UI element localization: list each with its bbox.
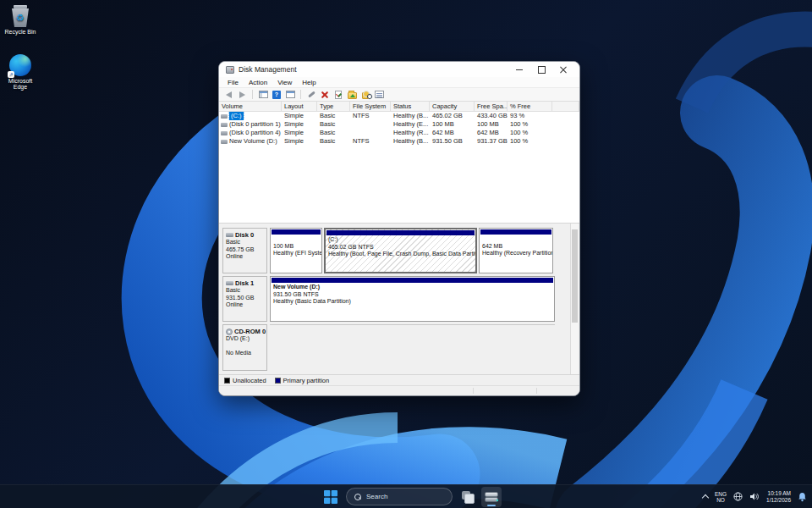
cell-status: Healthy (R... bbox=[391, 129, 430, 137]
language-indicator[interactable]: ENG NO bbox=[715, 491, 727, 503]
recycle-symbol-icon: ♻ bbox=[16, 14, 25, 23]
back-icon[interactable] bbox=[223, 90, 233, 100]
cell-type: Basic bbox=[317, 129, 350, 137]
column-header-pct-free[interactable]: % Free bbox=[508, 102, 552, 111]
cd-rom-icon bbox=[226, 329, 233, 335]
cdrom-empty-area[interactable] bbox=[270, 324, 555, 371]
toolbar-separator bbox=[300, 90, 301, 99]
delete-icon[interactable] bbox=[320, 90, 330, 100]
close-button[interactable] bbox=[552, 63, 574, 76]
forward-icon[interactable] bbox=[237, 90, 247, 100]
cell-pct-free: 100 % bbox=[508, 120, 552, 129]
clock[interactable]: 10:19 AM 1/12/2026 bbox=[766, 490, 791, 504]
cell-free-space: 642 MB bbox=[475, 129, 508, 137]
tray-time: 10:19 AM bbox=[766, 490, 791, 497]
title-bar[interactable]: Disk Management bbox=[219, 62, 579, 77]
windows-logo-icon bbox=[324, 490, 337, 504]
show-console-tree-icon[interactable] bbox=[258, 90, 268, 100]
start-button[interactable] bbox=[321, 488, 340, 506]
disk1-row: Disk 1 Basic 931.50 GB Online New Volume… bbox=[222, 276, 568, 322]
legend-primary-partition: Primary partition bbox=[275, 377, 330, 384]
hidden-icons-chevron-icon[interactable] bbox=[702, 494, 709, 501]
search-input[interactable]: Search bbox=[346, 488, 453, 505]
partition-color-bar bbox=[272, 229, 321, 235]
cdrom-row: CD-ROM 0 DVD (E:) No Media bbox=[222, 324, 568, 371]
column-header-type[interactable]: Type bbox=[317, 102, 350, 111]
disk0-row: Disk 0 Basic 465.75 GB Online 100 MB Hea… bbox=[222, 228, 568, 273]
vertical-scrollbar[interactable] bbox=[570, 224, 579, 374]
status-bar-divider bbox=[536, 388, 537, 394]
graphical-view-pane: Disk 0 Basic 465.75 GB Online 100 MB Hea… bbox=[219, 224, 579, 374]
volume-row-partition1[interactable]: (Disk 0 partition 1) Simple Basic Health… bbox=[219, 120, 579, 129]
cell-pct-free: 93 % bbox=[508, 112, 552, 120]
menu-help[interactable]: Help bbox=[297, 79, 321, 86]
taskbar-disk-management-icon[interactable] bbox=[481, 487, 502, 507]
cell-pct-free: 100 % bbox=[508, 129, 552, 137]
search-icon bbox=[354, 494, 361, 500]
cell-file-system: NTFS bbox=[350, 137, 391, 146]
desktop-icon-label: Recycle Bin bbox=[0, 29, 41, 35]
desktop-icon-microsoft-edge[interactable]: ↗ Microsoft Edge bbox=[0, 54, 41, 90]
column-header-capacity[interactable]: Capacity bbox=[430, 102, 475, 111]
edge-icon: ↗ bbox=[9, 54, 31, 76]
cell-status: Healthy (B... bbox=[391, 112, 430, 120]
partition-color-bar bbox=[326, 230, 475, 235]
cell-pct-free: 100 % bbox=[508, 137, 552, 146]
column-header-status[interactable]: Status bbox=[391, 102, 430, 111]
notification-bell-icon[interactable] bbox=[798, 492, 807, 502]
tool-icon[interactable] bbox=[306, 90, 316, 100]
column-header-free-space[interactable]: Free Spa... bbox=[475, 102, 508, 111]
volume-row-new-volume-d[interactable]: New Volume (D:) Simple Basic NTFS Health… bbox=[219, 137, 579, 146]
volume-name: (Disk 0 partition 4) bbox=[229, 129, 281, 137]
disk-icon bbox=[226, 233, 233, 237]
toolbar: ? bbox=[219, 88, 579, 102]
partition-color-bar bbox=[480, 229, 551, 235]
minimize-button[interactable] bbox=[508, 63, 530, 76]
volume-row-partition4[interactable]: (Disk 0 partition 4) Simple Basic Health… bbox=[219, 129, 579, 137]
task-view-icon[interactable] bbox=[458, 488, 475, 506]
legend-bar: Unallocated Primary partition bbox=[219, 374, 579, 385]
column-header-layout[interactable]: Layout bbox=[282, 102, 317, 111]
partition-recovery[interactable]: 642 MB Healthy (Recovery Partition bbox=[479, 228, 553, 273]
menu-file[interactable]: File bbox=[222, 79, 244, 86]
volume-name: New Volume (D:) bbox=[229, 137, 277, 146]
maximize-button[interactable] bbox=[530, 63, 552, 76]
cell-capacity: 465.02 GB bbox=[430, 112, 475, 120]
volume-list-pane: Volume Layout Type File System Status Ca… bbox=[219, 102, 579, 224]
cdrom-label[interactable]: CD-ROM 0 DVD (E:) No Media bbox=[222, 324, 267, 371]
folder-search-icon[interactable] bbox=[360, 90, 370, 100]
folder-open-icon[interactable] bbox=[347, 90, 357, 100]
volume-speaker-icon[interactable] bbox=[749, 492, 760, 501]
show-action-pane-icon[interactable] bbox=[285, 90, 295, 100]
shortcut-arrow-overlay: ↗ bbox=[8, 71, 14, 78]
cell-layout: Simple bbox=[282, 129, 317, 137]
legend-unallocated: Unallocated bbox=[224, 377, 266, 384]
partition-efi[interactable]: 100 MB Healthy (EFI Syster bbox=[270, 228, 322, 273]
desktop-icon-recycle-bin[interactable]: ♻ Recycle Bin bbox=[0, 5, 41, 35]
cell-status: Healthy (B... bbox=[391, 137, 430, 146]
volume-row-c[interactable]: (C:) Simple Basic NTFS Healthy (B... 465… bbox=[219, 112, 579, 120]
network-globe-icon[interactable] bbox=[733, 492, 743, 501]
menu-view[interactable]: View bbox=[272, 79, 297, 86]
scrollbar-thumb[interactable] bbox=[572, 229, 578, 323]
properties-icon[interactable] bbox=[333, 90, 343, 100]
tray-date: 1/12/2026 bbox=[766, 497, 791, 504]
disk1-label[interactable]: Disk 1 Basic 931.50 GB Online bbox=[222, 276, 267, 322]
volume-list-header: Volume Layout Type File System Status Ca… bbox=[219, 102, 579, 112]
menu-bar: File Action View Help bbox=[219, 77, 579, 88]
disk0-label[interactable]: Disk 0 Basic 465.75 GB Online bbox=[222, 228, 267, 273]
cell-capacity: 642 MB bbox=[430, 129, 475, 137]
column-header-volume[interactable]: Volume bbox=[219, 102, 282, 111]
help-icon[interactable]: ? bbox=[272, 90, 282, 100]
drive-led bbox=[497, 500, 498, 501]
taskbar: Search ENG NO bbox=[0, 484, 812, 508]
details-icon[interactable] bbox=[374, 90, 384, 100]
column-header-file-system[interactable]: File System bbox=[350, 102, 391, 111]
running-app-indicator bbox=[487, 505, 496, 506]
menu-action[interactable]: Action bbox=[244, 79, 272, 86]
partition-color-bar bbox=[272, 278, 553, 283]
partition-c-selected[interactable]: (C:) 465.02 GB NTFS Healthy (Boot, Page … bbox=[324, 228, 477, 273]
partition-new-volume-d[interactable]: New Volume (D:) 931.50 GB NTFS Healthy (… bbox=[270, 276, 555, 322]
cell-free-space: 931.37 GB bbox=[475, 137, 508, 146]
cell-layout: Simple bbox=[282, 120, 317, 129]
